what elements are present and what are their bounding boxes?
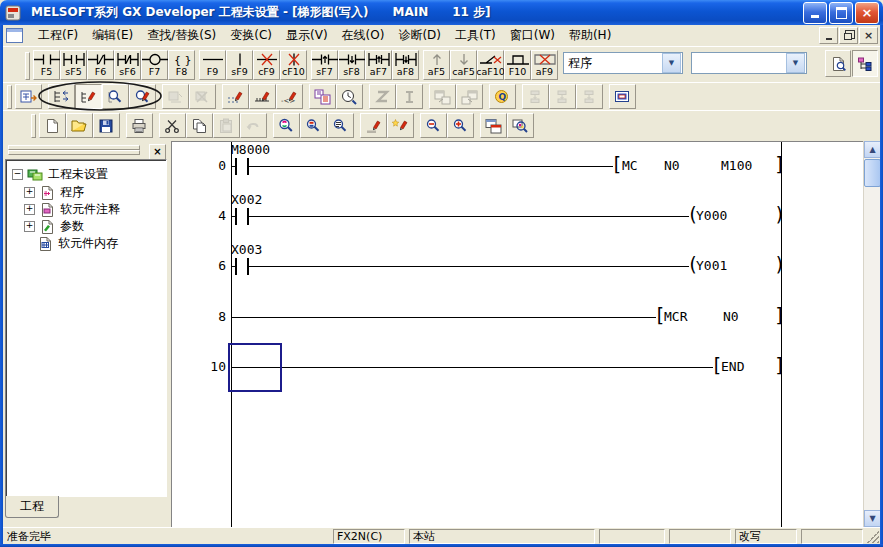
read-mode-button[interactable] — [48, 84, 75, 109]
new-project-button[interactable] — [39, 113, 66, 138]
instruction-text[interactable]: MCR — [664, 309, 687, 324]
device-new-button[interactable] — [387, 113, 414, 138]
fkey-button-aF8[interactable]: aF8 — [392, 50, 419, 80]
fkey-button-sF7[interactable]: sF7 — [311, 50, 338, 80]
panel-grip[interactable] — [8, 150, 140, 155]
zoom-out-button[interactable] — [420, 113, 447, 138]
menu-E[interactable]: 编辑(E) — [85, 25, 140, 46]
menu-W[interactable]: 窗口(W) — [503, 25, 562, 46]
maximize-button[interactable] — [829, 2, 853, 24]
ladder-list-toggle-button[interactable] — [15, 84, 42, 109]
toolbar-grip[interactable] — [31, 114, 36, 138]
menu-D[interactable]: 诊断(D) — [391, 25, 448, 46]
ladder-editor[interactable]: 0M8000[MCN0M100]4X002(Y000)6X003(Y001)8[… — [171, 141, 863, 528]
write-mode-button[interactable] — [75, 84, 102, 109]
contact-device-label[interactable]: X003 — [231, 242, 262, 257]
vertical-scrollbar[interactable]: ▲ ▼ — [863, 141, 881, 527]
project-tab[interactable]: 工程 — [5, 496, 59, 518]
tree-item-3[interactable]: 软元件内存 — [24, 235, 118, 252]
tree-item-project-root[interactable]: −工程未设置 — [12, 166, 108, 183]
device-write-button[interactable] — [360, 113, 387, 138]
scrollbar-thumb[interactable] — [864, 159, 881, 187]
fkey-button-sF5[interactable]: sF5 — [60, 50, 87, 80]
fkey-button-F8[interactable]: { }F8 — [168, 50, 195, 80]
fkey-button-sF8[interactable]: sF8 — [338, 50, 365, 80]
tree-expand-box[interactable]: − — [12, 169, 23, 180]
tree-item-0[interactable]: +程序 — [24, 184, 84, 201]
fkey-button-sF9[interactable]: sF9 — [226, 50, 253, 80]
mdi-minimize-button[interactable] — [819, 27, 838, 44]
menu-C[interactable]: 变换(C) — [223, 25, 279, 46]
toolbar-grip[interactable] — [25, 52, 30, 80]
find-button[interactable] — [273, 113, 300, 138]
cut-button[interactable] — [159, 113, 186, 138]
find-string-button[interactable] — [327, 113, 354, 138]
find-device-button[interactable] — [300, 113, 327, 138]
window-find-button[interactable] — [507, 113, 534, 138]
minimize-button[interactable] — [803, 2, 827, 24]
right-bus-bar — [781, 142, 782, 528]
fkey-button-F6[interactable]: F6 — [87, 50, 114, 80]
chevron-down-icon[interactable]: ▼ — [662, 53, 681, 73]
fkey-button-F5[interactable]: F5 — [33, 50, 60, 80]
open-project-button[interactable] — [66, 113, 93, 138]
mode-select-combo[interactable]: 程序▼ — [563, 52, 683, 74]
device-select-combo[interactable]: ▼ — [691, 52, 807, 74]
menu-H[interactable]: 帮助(H) — [562, 25, 618, 46]
zoom-in-button[interactable] — [447, 113, 474, 138]
monitor-mode-button[interactable] — [102, 84, 129, 109]
instruction-text[interactable]: N0 — [664, 158, 680, 173]
menu-O[interactable]: 在线(O) — [335, 25, 392, 46]
close-button[interactable]: × — [855, 2, 879, 24]
tree-expand-box[interactable]: + — [24, 204, 35, 215]
scroll-down-button[interactable]: ▼ — [864, 510, 881, 527]
instruction-text[interactable]: Y001 — [696, 258, 727, 273]
fkey-button-F7[interactable]: F7 — [141, 50, 168, 80]
fkey-button-cF9[interactable]: cF9 — [253, 50, 280, 80]
tree-item-1[interactable]: +软元件注释 — [24, 201, 120, 218]
instruction-text[interactable]: N0 — [723, 309, 739, 324]
tree-expand-box[interactable]: + — [24, 221, 35, 232]
edit-cursor-cell[interactable] — [228, 343, 282, 392]
menu-V[interactable]: 显示(V) — [279, 25, 335, 46]
window-switch-button[interactable] — [480, 113, 507, 138]
screen-display-button[interactable] — [609, 84, 636, 109]
project-tree-toggle-button[interactable] — [852, 50, 878, 77]
resize-grip[interactable] — [867, 531, 879, 543]
tree-item-2[interactable]: +参数 — [24, 218, 84, 235]
instruction-text[interactable]: END — [721, 359, 744, 374]
scroll-up-button[interactable]: ▲ — [864, 141, 881, 158]
instruction-text[interactable]: M100 — [721, 158, 752, 173]
data-list-button[interactable] — [825, 50, 851, 77]
fkey-button-aF7[interactable]: aF7 — [365, 50, 392, 80]
fkey-button-F9[interactable]: F9 — [199, 50, 226, 80]
instruction-text[interactable]: Y000 — [696, 208, 727, 223]
print-button[interactable] — [126, 113, 153, 138]
chevron-down-icon[interactable]: ▼ — [786, 53, 805, 73]
entry-data-monitor-button[interactable] — [336, 84, 363, 109]
menu-S[interactable]: 查找/替换(S) — [140, 25, 223, 46]
copy-button[interactable] — [186, 113, 213, 138]
panel-close-button[interactable]: × — [149, 144, 166, 160]
menu-F[interactable]: 工程(F) — [31, 25, 85, 46]
tree-expand-box[interactable]: + — [24, 187, 35, 198]
fkey-button-cF10[interactable]: cF10 — [280, 50, 307, 80]
toolbar-grip[interactable] — [7, 85, 12, 109]
buffer-batch-monitor-button[interactable]: -<> — [276, 84, 303, 109]
monitor-window-button[interactable] — [309, 84, 336, 109]
menu-T[interactable]: 工具(T) — [448, 25, 503, 46]
comment-search-button[interactable]: Q — [489, 84, 516, 109]
instruction-text[interactable]: MC — [622, 158, 638, 173]
contact-device-label[interactable]: X002 — [231, 192, 262, 207]
save-project-button[interactable] — [93, 113, 120, 138]
fkey-button-caF10[interactable]: caF10 — [477, 50, 504, 80]
fkey-button-F10[interactable]: F10 — [504, 50, 531, 80]
mdi-close-button[interactable]: × — [859, 27, 878, 44]
mdi-restore-button[interactable] — [839, 27, 858, 44]
device-test-button[interactable] — [222, 84, 249, 109]
fkey-button-sF6[interactable]: sF6 — [114, 50, 141, 80]
device-batch-monitor-button[interactable] — [249, 84, 276, 109]
monitor-write-mode-button[interactable] — [129, 84, 156, 109]
fkey-button-aF9[interactable]: aF9 — [531, 50, 558, 80]
contact-device-label[interactable]: M8000 — [231, 142, 270, 157]
